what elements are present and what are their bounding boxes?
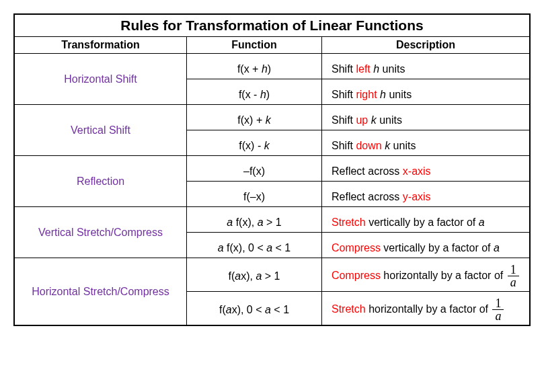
fraction: 1a [492, 297, 504, 322]
function-cell: f(x) - k [187, 130, 322, 156]
function-cell: a f(x), 0 < a < 1 [187, 233, 322, 258]
description-cell: Stretch horizontally by a factor of 1a [322, 292, 531, 326]
table-row: Vertical Shift f(x) + k Shift up k units [14, 105, 530, 130]
transformation-rules-table: Rules for Transformation of Linear Funct… [13, 13, 531, 326]
transformation-name: Horizontal Stretch/Compress [14, 258, 187, 326]
function-cell: f(x + h) [187, 54, 322, 79]
function-cell: f(ax), 0 < a < 1 [187, 292, 322, 326]
transformation-name: Vertical Shift [14, 105, 187, 156]
transformation-name: Horizontal Shift [14, 54, 187, 105]
function-cell: –f(x) [187, 156, 322, 182]
description-cell: Reflect across y-axis [322, 182, 531, 207]
table-row: Vertical Stretch/Compress a f(x), a > 1 … [14, 207, 530, 233]
description-cell: Shift up k units [322, 105, 531, 130]
description-cell: Compress vertically by a factor of a [322, 233, 531, 258]
function-cell: f(x) + k [187, 105, 322, 130]
function-cell: a f(x), a > 1 [187, 207, 322, 233]
description-cell: Shift left h units [322, 54, 531, 79]
description-cell: Shift down k units [322, 130, 531, 156]
table-title: Rules for Transformation of Linear Funct… [14, 14, 530, 37]
table-row: Horizontal Stretch/Compress f(ax), a > 1… [14, 258, 530, 292]
function-cell: f(x - h) [187, 79, 322, 105]
transformation-name: Reflection [14, 156, 187, 207]
header-transformation: Transformation [14, 37, 187, 54]
description-cell: Reflect across x-axis [322, 156, 531, 182]
function-cell: f(ax), a > 1 [187, 258, 322, 292]
transformation-name: Vertical Stretch/Compress [14, 207, 187, 258]
function-cell: f(–x) [187, 182, 322, 207]
header-description: Description [322, 37, 531, 54]
description-cell: Shift right h units [322, 79, 531, 105]
table-row: Reflection –f(x) Reflect across x-axis [14, 156, 530, 182]
table-row: Horizontal Shift f(x + h) Shift left h u… [14, 54, 530, 79]
fraction: 1a [508, 264, 519, 288]
header-function: Function [187, 37, 322, 54]
description-cell: Compress horizontally by a factor of 1a [322, 258, 531, 292]
description-cell: Stretch vertically by a factor of a [322, 207, 531, 233]
